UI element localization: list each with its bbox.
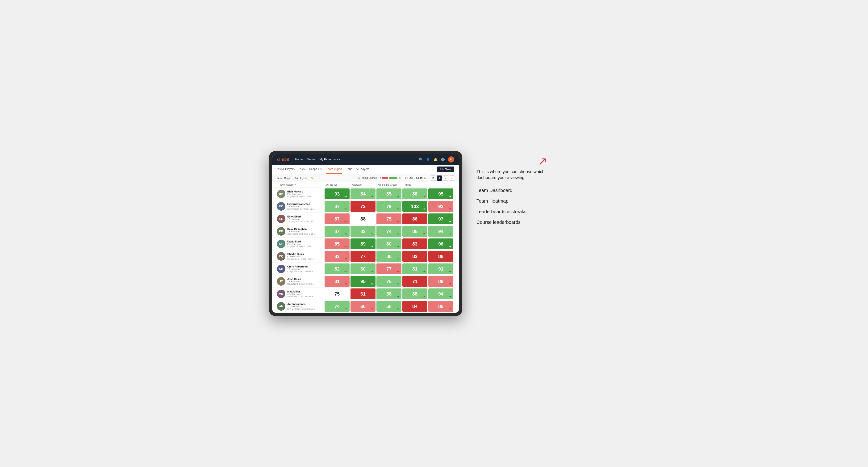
score-cell[interactable]: 963▲ xyxy=(428,239,453,249)
score-cell[interactable]: 941▲ xyxy=(428,226,453,237)
trend-arrow: 6▲ xyxy=(371,195,374,197)
heatmap-view-button[interactable]: ▦ xyxy=(437,176,442,181)
score-cell[interactable]: 73-11▼ xyxy=(350,201,375,212)
score-cell[interactable]: 86-6▼ xyxy=(402,214,427,224)
score-cell[interactable]: 91-3▼ xyxy=(428,263,453,274)
annotation-course-leaderboards: Course leaderboards xyxy=(476,220,552,225)
score-cell[interactable]: 93+9▲ xyxy=(324,188,349,199)
add-team-button[interactable]: Add Team xyxy=(437,166,454,172)
nav-link-teams[interactable]: Teams xyxy=(307,157,315,162)
score-value: 87 xyxy=(335,204,340,209)
score-cell[interactable]: 88 xyxy=(350,214,375,224)
score-cell[interactable]: 88-2▼ xyxy=(402,288,427,299)
score-cell[interactable]: 75 xyxy=(324,288,349,299)
bell-icon[interactable]: 🔔 xyxy=(434,158,437,161)
trend-arrow: 1▲ xyxy=(448,233,452,235)
score-cell[interactable]: 88-1▼ xyxy=(402,188,427,199)
score-cell[interactable]: 83-3▼ xyxy=(324,251,349,262)
score-cell[interactable]: 77-14▼ xyxy=(350,251,375,262)
score-change: -8▼ xyxy=(344,308,348,310)
col-putting[interactable]: Putting — xyxy=(402,182,428,187)
score-cell[interactable]: 87-3▼ xyxy=(324,214,349,224)
edit-icon[interactable]: ✏️ xyxy=(311,177,314,179)
player-info: JCJosh Coles1-5 HandicapRoyal North Devo… xyxy=(277,276,324,287)
table-row[interactable]: MMMatt Miller6-10 HandicapWoburn Golf Cl… xyxy=(272,288,459,300)
score-cell[interactable]: 77-3▼ xyxy=(376,263,401,274)
score-cell[interactable]: 85-3▼ xyxy=(402,226,427,237)
score-change: 2▲ xyxy=(371,270,374,272)
score-cell[interactable]: 799▲ xyxy=(376,201,401,212)
score-cell[interactable]: 959▲ xyxy=(428,188,453,199)
score-cell[interactable]: 84-21▼ xyxy=(402,301,427,312)
team-controls: 20 Round Change -5 +5 📋 Last Rounds: 20 … xyxy=(358,176,454,181)
list-view-button[interactable]: ☰ xyxy=(443,176,448,181)
user-icon[interactable]: 👤 xyxy=(426,158,430,161)
table-row[interactable]: CQCharlie Quick6-10 HandicapSt. George's… xyxy=(272,250,459,263)
score-cell[interactable]: 801▲ xyxy=(376,251,401,262)
table-row[interactable]: JCJosh Coles1-5 HandicapRoyal North Devo… xyxy=(272,275,459,288)
search-icon[interactable]: 🔍 xyxy=(419,158,423,161)
score-cell[interactable]: 803▲ xyxy=(376,239,401,249)
score-change: -11▼ xyxy=(421,283,426,285)
player-club: Craigmillar Park, United Kingdom xyxy=(287,270,316,273)
score-cell[interactable]: 975▲ xyxy=(428,214,453,224)
table-row[interactable]: ANAaron Nicholls11-15 HandicapDrift Golf… xyxy=(272,300,459,313)
score-cell[interactable]: 943▲ xyxy=(428,288,453,299)
table-row[interactable]: DBDave Billingham1-5 HandicapGog Magog G… xyxy=(272,225,459,238)
score-cell[interactable]: 83-6▼ xyxy=(402,251,427,262)
settings-icon[interactable]: ⚙️ xyxy=(441,158,445,161)
table-row[interactable]: ECEdward Crossman1-5 HandicapSunningdale… xyxy=(272,200,459,213)
sub-nav-all-players[interactable]: All Players xyxy=(356,165,369,174)
score-cell[interactable]: 75-3▼ xyxy=(376,214,401,224)
col-around-green[interactable]: Around the Green — xyxy=(376,182,402,187)
score-cell[interactable]: 871▲ xyxy=(324,201,349,212)
score-cell[interactable]: 958▲ xyxy=(350,276,375,287)
table-row[interactable]: CRChris Robertson1-5 HandicapCraigmillar… xyxy=(272,263,459,275)
nav-link-performance[interactable]: My Performance xyxy=(319,157,340,162)
score-cell[interactable]: 71-11▼ xyxy=(402,276,427,287)
nav-link-home[interactable]: Home xyxy=(295,157,303,162)
last-rounds-button[interactable]: 📋 Last Rounds: 20 xyxy=(403,176,428,180)
score-cell[interactable]: 824▲ xyxy=(350,226,375,237)
col-off-tee[interactable]: Off the Tee — xyxy=(324,182,350,187)
score-cell[interactable]: 846▲ xyxy=(350,188,375,199)
download-button[interactable]: ↓ xyxy=(449,176,454,181)
col-player-quality[interactable]: Player Quality ▼ xyxy=(277,182,324,187)
score-cell[interactable]: 81-3▼ xyxy=(324,276,349,287)
score-cell[interactable]: 61-3▼ xyxy=(350,288,375,299)
sub-nav-pgat[interactable]: PGAT Players xyxy=(277,165,294,174)
sub-nav-pga[interactable]: PGA xyxy=(299,165,305,174)
score-cell[interactable]: 602▲ xyxy=(350,263,375,274)
score-cell[interactable]: 85-3▼ xyxy=(324,239,349,249)
score-cell[interactable]: 858▲ xyxy=(376,188,401,199)
score-cell[interactable]: 5810▲ xyxy=(376,301,401,312)
score-change: -10▼ xyxy=(421,245,426,247)
avatar[interactable]: U xyxy=(448,156,454,162)
score-cell[interactable]: 752▲ xyxy=(376,276,401,287)
sub-nav-tour[interactable]: Tour xyxy=(346,165,352,174)
sort-arrow: — xyxy=(398,184,399,186)
score-cell[interactable]: 814▲ xyxy=(402,263,427,274)
table-row[interactable]: DFDavid FordPlus HandicapRoyal North Dev… xyxy=(272,238,459,250)
score-cell[interactable]: 10315▲ xyxy=(402,201,427,212)
score-cell[interactable]: 897▲ xyxy=(350,239,375,249)
score-cell[interactable]: 83-10▼ xyxy=(402,239,427,249)
col-approach[interactable]: Approach — xyxy=(350,182,376,187)
score-cell[interactable]: 60-1▼ xyxy=(350,301,375,312)
score-cell[interactable]: 741▲ xyxy=(376,226,401,237)
trend-arrow: -3▼ xyxy=(370,295,374,298)
trend-arrow: 4▲ xyxy=(423,270,426,272)
score-cell[interactable]: 92-3▼ xyxy=(428,201,453,212)
sub-nav-team-clippd[interactable]: Team Clippd xyxy=(326,165,342,174)
grid-view-button[interactable]: ⊞ xyxy=(431,176,436,181)
score-cell[interactable]: 74-8▼ xyxy=(324,301,349,312)
table-row[interactable]: BMBlair McHargPlus HandicapRoyal North D… xyxy=(272,188,459,200)
score-cell[interactable]: 89-2▼ xyxy=(428,276,453,287)
score-cell[interactable]: 584▲ xyxy=(376,288,401,299)
sub-nav-hcaps[interactable]: Hcaps 1-5 xyxy=(309,165,322,174)
table-row[interactable]: EEElliot Ebert1-5 HandicapSunningdale Go… xyxy=(272,213,459,225)
score-cell[interactable]: 874▲ xyxy=(324,226,349,237)
score-cell[interactable]: 82-3▼ xyxy=(324,263,349,274)
score-cell[interactable]: 85-4▼ xyxy=(428,301,453,312)
score-cell[interactable]: 86-8▼ xyxy=(428,251,453,262)
